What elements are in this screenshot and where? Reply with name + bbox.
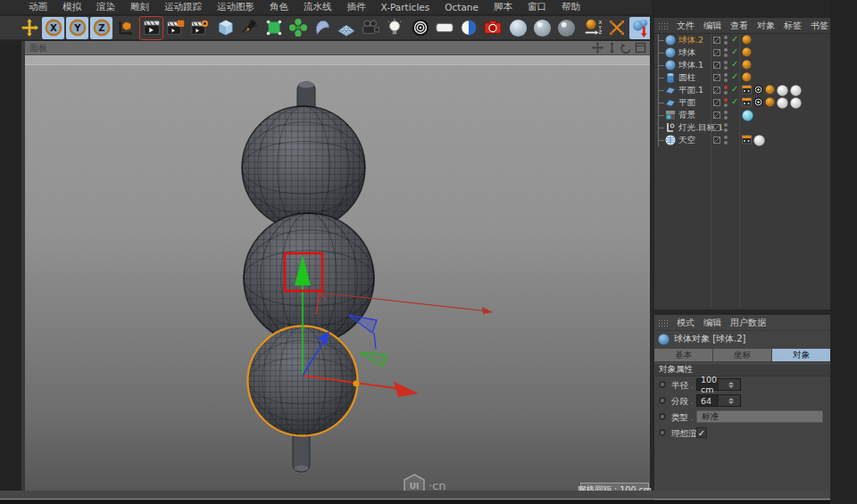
om-menu-bookmark[interactable]: 书签	[811, 20, 828, 32]
enabled-check[interactable]: ✓	[731, 59, 738, 69]
object-row-sphere[interactable]: 球体 ✓	[654, 46, 830, 59]
visibility-dots[interactable]	[724, 36, 728, 45]
om-menu-edit[interactable]: 编辑	[703, 20, 721, 32]
motion-clip-icon[interactable]	[164, 17, 187, 39]
enabled-check[interactable]: ✓	[731, 46, 738, 56]
panel-grip-icon[interactable]	[658, 22, 668, 29]
mograph-cloner-icon[interactable]	[287, 17, 309, 39]
object-row-cylinder[interactable]: 圆柱 ✓	[654, 71, 830, 84]
tab-basic[interactable]: 基本	[654, 349, 712, 361]
menu-pipeline[interactable]: 流水线	[304, 1, 332, 13]
enabled-check[interactable]: ✓	[731, 71, 738, 81]
viewport-zoom-icon[interactable]	[606, 42, 618, 54]
layer-box[interactable]	[713, 37, 720, 44]
enabled-check[interactable]: ✓	[731, 84, 738, 94]
viewport-canvas[interactable]: UI ·cn	[25, 55, 650, 491]
menu-simulate[interactable]: 模拟	[62, 1, 81, 13]
spinner[interactable]	[719, 379, 740, 390]
viewport-maximize-icon[interactable]	[635, 42, 646, 54]
move-tool-icon[interactable]	[18, 17, 40, 39]
phong-tag-icon[interactable]	[742, 60, 752, 70]
object-row-plane1[interactable]: 平面.1 ✓	[654, 84, 830, 96]
spline-pen-icon[interactable]	[238, 17, 261, 39]
om-menu-tag[interactable]: 标签	[784, 20, 802, 32]
material-tag-icon[interactable]	[790, 85, 802, 96]
coordinate-system-icon[interactable]	[114, 17, 137, 39]
radius-field[interactable]: 100 cm	[696, 378, 741, 391]
layer-box[interactable]	[713, 124, 720, 131]
subdivision-surface-icon[interactable]	[262, 17, 285, 39]
phong-tag-icon[interactable]	[765, 97, 775, 107]
phong-tag-icon[interactable]	[742, 47, 752, 57]
primitive-cube-icon[interactable]	[214, 17, 237, 39]
visibility-dots[interactable]	[724, 136, 728, 145]
render-perfect-checkbox[interactable]: ✓	[696, 427, 707, 438]
menu-window[interactable]: 窗口	[528, 1, 546, 13]
om-menu-view[interactable]: 查看	[730, 20, 748, 32]
record-clapper-icon[interactable]	[140, 17, 162, 39]
deformer-icon[interactable]	[311, 17, 333, 39]
x-axis-lock-icon[interactable]: X	[42, 17, 64, 39]
target-tag-icon[interactable]	[753, 97, 763, 107]
y-axis-lock-icon[interactable]: Y	[66, 17, 88, 39]
visibility-dots[interactable]	[724, 111, 728, 120]
material-tag-icon[interactable]	[753, 135, 765, 146]
xyz-ball-icon[interactable]: XYZ	[581, 17, 603, 39]
visibility-dots[interactable]	[724, 61, 728, 70]
keyframe-circle-icon[interactable]	[659, 413, 666, 420]
layer-box[interactable]	[713, 49, 720, 56]
z-axis-lock-icon[interactable]: Z	[90, 17, 112, 39]
layer-box[interactable]	[713, 87, 720, 94]
am-menu-edit[interactable]: 编辑	[703, 317, 721, 329]
phong-tag-icon[interactable]	[742, 35, 752, 45]
visibility-dots[interactable]	[724, 48, 728, 57]
am-menu-userdata[interactable]: 用户数据	[730, 317, 766, 329]
spinner[interactable]	[719, 395, 740, 406]
type-dropdown[interactable]: 标准	[696, 410, 823, 423]
dynamics-icon[interactable]	[629, 17, 652, 39]
viewport-pan-icon[interactable]	[592, 42, 603, 54]
menu-octane[interactable]: Octane	[445, 2, 478, 12]
object-row-light-target[interactable]: 灯光.目标.1	[654, 121, 830, 134]
layer-box[interactable]	[713, 62, 720, 69]
layer-box[interactable]	[713, 74, 720, 81]
material-tag-icon[interactable]	[742, 110, 753, 121]
material-tag-icon[interactable]	[777, 85, 788, 96]
object-row-sphere2[interactable]: 球体.2 ✓	[654, 34, 830, 46]
material-tag-icon[interactable]	[790, 97, 802, 109]
material-glass-icon[interactable]	[531, 17, 553, 39]
visibility-dots[interactable]	[724, 123, 728, 132]
menu-mograph[interactable]: 运动图形	[217, 1, 254, 13]
menu-plugins[interactable]: 插件	[347, 1, 366, 13]
menu-render[interactable]: 渲染	[96, 1, 115, 13]
om-menu-file[interactable]: 文件	[677, 20, 695, 32]
viewport-rotate-icon[interactable]	[620, 42, 632, 54]
camera-icon[interactable]	[359, 17, 381, 39]
enabled-check[interactable]: ✓	[731, 96, 738, 106]
layer-box[interactable]	[713, 112, 720, 119]
layer-box[interactable]	[713, 99, 720, 106]
material-clear-icon[interactable]	[555, 17, 578, 39]
tab-object[interactable]: 对象	[772, 349, 830, 361]
menu-script[interactable]: 脚本	[494, 1, 512, 13]
light-icon[interactable]	[383, 17, 405, 39]
object-row-background[interactable]: 背景	[654, 109, 830, 121]
om-menu-object[interactable]: 对象	[757, 20, 775, 32]
menu-sculpt[interactable]: 雕刻	[130, 1, 149, 13]
keyframe-circle-icon[interactable]	[659, 397, 666, 404]
keyframe-circle-icon[interactable]	[659, 381, 666, 388]
enabled-check[interactable]: ✓	[731, 34, 738, 44]
plane-handle[interactable]	[354, 381, 360, 387]
render-view-icon[interactable]	[409, 17, 431, 39]
keyframe-circle-icon[interactable]	[659, 429, 666, 436]
menu-help[interactable]: 帮助	[562, 1, 580, 13]
render-region-icon[interactable]	[433, 17, 455, 39]
menu-motion-tracking[interactable]: 运动跟踪	[164, 1, 202, 13]
compositing-tag-icon[interactable]	[742, 135, 752, 145]
target-tag-icon[interactable]	[753, 85, 763, 95]
sphere-middle[interactable]	[244, 213, 374, 343]
phong-tag-icon[interactable]	[742, 72, 752, 82]
compositing-tag-icon[interactable]	[742, 85, 752, 95]
sphere-top[interactable]	[242, 106, 365, 229]
visibility-dots[interactable]	[724, 98, 728, 107]
